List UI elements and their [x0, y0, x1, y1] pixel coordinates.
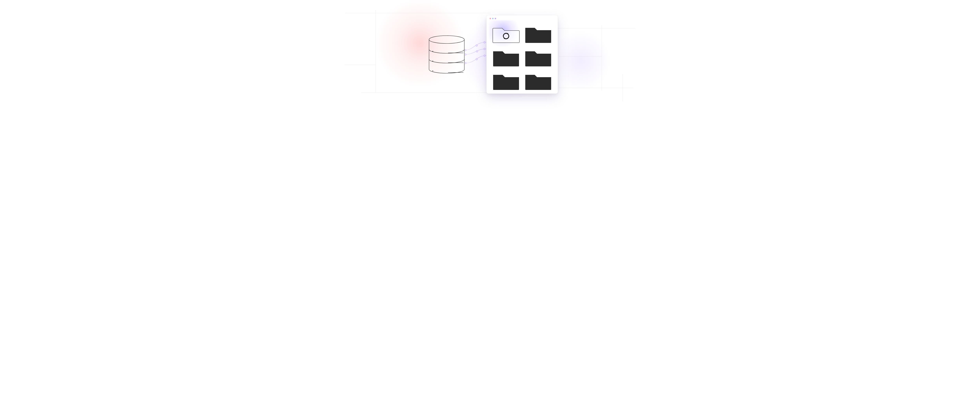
- folder-icon: [525, 48, 552, 67]
- folder-icon: [492, 48, 520, 67]
- svg-point-11: [476, 50, 478, 52]
- file-window: [487, 15, 558, 94]
- sync-folder: [492, 24, 520, 43]
- traffic-light-dot: [492, 18, 493, 19]
- gridline: [361, 92, 490, 93]
- svg-point-14: [476, 58, 478, 60]
- gridline: [557, 28, 635, 29]
- folder-outline-icon: [492, 24, 520, 43]
- svg-point-10: [465, 54, 466, 56]
- folder-grid: [492, 24, 552, 88]
- folder-icon: [525, 24, 552, 43]
- folder-icon: [492, 71, 520, 90]
- svg-point-7: [465, 49, 466, 51]
- gridline: [345, 13, 490, 13]
- svg-point-5: [433, 71, 433, 71]
- database-icon: [428, 35, 465, 74]
- folder-icon: [525, 71, 552, 90]
- svg-point-3: [433, 61, 433, 61]
- traffic-light-dot: [490, 18, 491, 19]
- svg-point-13: [465, 62, 466, 64]
- gridline: [559, 56, 602, 57]
- svg-point-9: [484, 41, 485, 43]
- svg-point-12: [484, 48, 485, 50]
- diagram-stage: [339, 0, 641, 105]
- svg-point-8: [476, 44, 478, 46]
- gridline: [375, 10, 376, 92]
- svg-point-1: [433, 51, 433, 51]
- traffic-light-dot: [495, 18, 496, 19]
- svg-point-0: [429, 36, 465, 43]
- gridline: [345, 65, 375, 65]
- svg-point-15: [484, 55, 485, 57]
- window-traffic-lights: [490, 18, 496, 19]
- gridline: [622, 74, 623, 102]
